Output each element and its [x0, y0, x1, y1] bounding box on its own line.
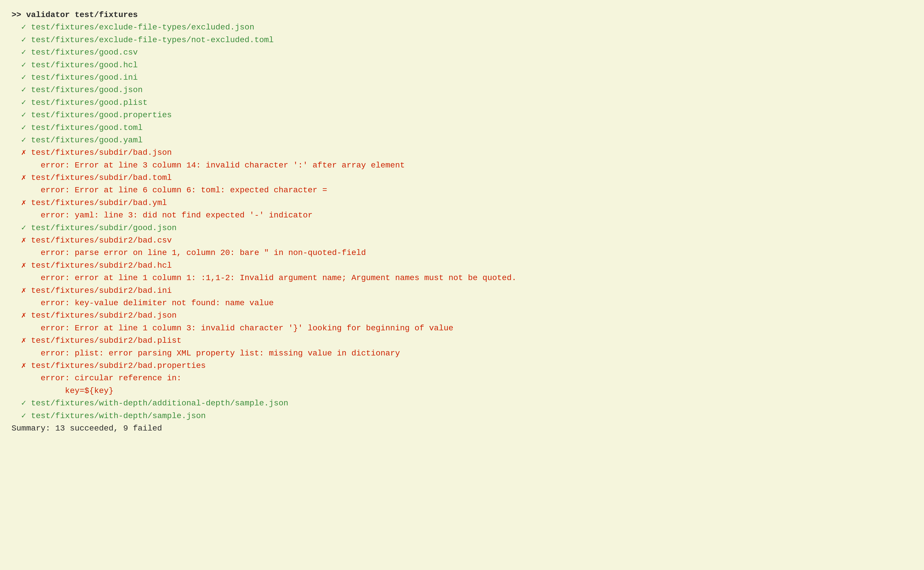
- terminal-line: ✓ test/fixtures/good.properties: [12, 109, 912, 121]
- terminal-line: ✗ test/fixtures/subdir2/bad.csv: [12, 234, 912, 247]
- terminal-line: ✗ test/fixtures/subdir2/bad.hcl: [12, 259, 912, 272]
- terminal-output: >> validator test/fixtures ✓ test/fixtur…: [12, 9, 912, 435]
- terminal-line: error: Error at line 1 column 3: invalid…: [12, 322, 912, 334]
- terminal-line: ✓ test/fixtures/good.toml: [12, 121, 912, 134]
- terminal-line: ✓ test/fixtures/with-depth/sample.json: [12, 410, 912, 422]
- terminal-line: ✓ test/fixtures/good.csv: [12, 46, 912, 58]
- terminal-line: error: error at line 1 column 1: :1,1-2:…: [12, 272, 912, 284]
- terminal-line: error: Error at line 3 column 14: invali…: [12, 159, 912, 172]
- terminal-line: error: key-value delimiter not found: na…: [12, 297, 912, 309]
- terminal-line: error: plist: error parsing XML property…: [12, 347, 912, 360]
- terminal-line: ✗ test/fixtures/subdir2/bad.json: [12, 309, 912, 322]
- terminal-line: error: circular reference in:: [12, 372, 912, 384]
- terminal-line: ✓ test/fixtures/good.hcl: [12, 59, 912, 71]
- terminal-line: error: Error at line 6 column 6: toml: e…: [12, 184, 912, 196]
- terminal-line: error: yaml: line 3: did not find expect…: [12, 209, 912, 221]
- terminal-line: ✗ test/fixtures/subdir/bad.json: [12, 146, 912, 159]
- terminal-line: ✓ test/fixtures/exclude-file-types/exclu…: [12, 21, 912, 34]
- terminal-line: ✓ test/fixtures/good.ini: [12, 71, 912, 84]
- terminal-line: error: parse error on line 1, column 20:…: [12, 247, 912, 259]
- terminal-line: ✗ test/fixtures/subdir/bad.toml: [12, 172, 912, 184]
- terminal-line: key=${key}: [12, 385, 912, 397]
- terminal-line: ✓ test/fixtures/good.json: [12, 84, 912, 96]
- summary-line: Summary: 13 succeeded, 9 failed: [12, 422, 912, 435]
- terminal-line: ✓ test/fixtures/good.plist: [12, 97, 912, 109]
- terminal-line: ✗ test/fixtures/subdir2/bad.properties: [12, 360, 912, 372]
- terminal-line: ✓ test/fixtures/good.yaml: [12, 134, 912, 146]
- terminal-line: ✗ test/fixtures/subdir/bad.yml: [12, 197, 912, 209]
- command-line: >> validator test/fixtures: [12, 9, 912, 21]
- terminal-line: ✓ test/fixtures/exclude-file-types/not-e…: [12, 34, 912, 46]
- lines-container: ✓ test/fixtures/exclude-file-types/exclu…: [12, 21, 912, 422]
- terminal-line: ✗ test/fixtures/subdir2/bad.plist: [12, 334, 912, 347]
- terminal-line: ✓ test/fixtures/subdir/good.json: [12, 222, 912, 234]
- terminal-line: ✓ test/fixtures/with-depth/additional-de…: [12, 397, 912, 409]
- terminal-line: ✗ test/fixtures/subdir2/bad.ini: [12, 284, 912, 297]
